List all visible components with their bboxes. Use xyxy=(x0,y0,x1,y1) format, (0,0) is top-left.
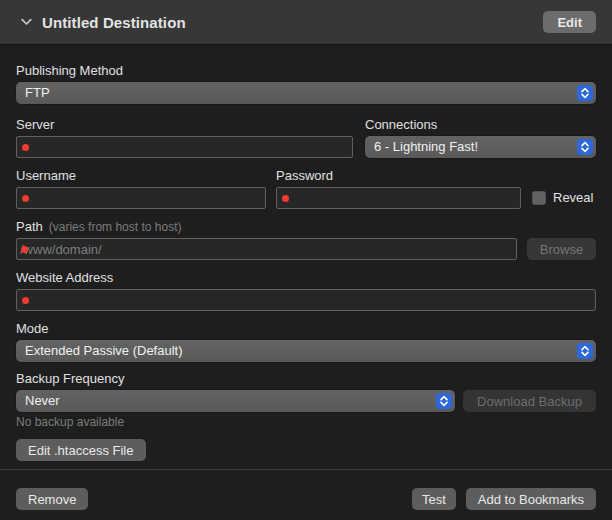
up-down-chevrons-icon xyxy=(577,343,593,359)
backup-frequency-label: Backup Frequency xyxy=(16,372,124,386)
up-down-chevrons-icon xyxy=(577,85,593,101)
reveal-label: Reveal xyxy=(553,190,593,205)
add-to-bookmarks-button[interactable]: Add to Bookmarks xyxy=(466,488,596,510)
publishing-method-label: Publishing Method xyxy=(16,64,123,78)
backup-frequency-value: Never xyxy=(25,393,60,408)
username-label: Username xyxy=(16,169,76,183)
connections-label: Connections xyxy=(365,118,437,132)
edit-htaccess-button[interactable]: Edit .htaccess File xyxy=(16,439,146,461)
path-input[interactable] xyxy=(16,238,517,260)
reveal-checkbox[interactable] xyxy=(532,191,546,205)
footer-right-group: Test Add to Bookmarks xyxy=(412,488,596,510)
edit-button[interactable]: Edit xyxy=(543,11,596,33)
server-input[interactable] xyxy=(16,136,353,158)
path-hint: (varies from host to host) xyxy=(49,220,182,234)
remove-button[interactable]: Remove xyxy=(16,488,88,510)
up-down-chevrons-icon xyxy=(577,139,593,155)
destination-title: Untitled Destination xyxy=(42,14,186,31)
server-field-wrap xyxy=(16,136,353,158)
connections-select[interactable]: 6 - Lightning Fast! xyxy=(365,136,596,158)
server-label: Server xyxy=(16,118,54,132)
path-label: Path xyxy=(16,220,43,234)
up-down-chevrons-icon xyxy=(436,393,452,409)
publishing-method-select[interactable]: FTP xyxy=(16,82,596,104)
destination-header: Untitled Destination Edit xyxy=(0,0,612,45)
username-input[interactable] xyxy=(16,187,266,209)
password-label: Password xyxy=(276,169,333,183)
password-input[interactable] xyxy=(276,187,521,209)
path-field-wrap xyxy=(16,238,517,260)
backup-status-text: No backup available xyxy=(16,416,596,429)
password-field-wrap xyxy=(276,187,521,209)
mode-value: Extended Passive (Default) xyxy=(25,343,183,358)
test-button[interactable]: Test xyxy=(412,488,456,510)
chevron-down-icon[interactable] xyxy=(18,14,34,30)
mode-select[interactable]: Extended Passive (Default) xyxy=(16,340,596,362)
backup-frequency-select[interactable]: Never xyxy=(16,390,455,412)
connections-value: 6 - Lightning Fast! xyxy=(374,139,478,154)
username-field-wrap xyxy=(16,187,266,209)
browse-button[interactable]: Browse xyxy=(527,238,596,260)
website-address-input[interactable] xyxy=(16,289,596,311)
publishing-method-value: FTP xyxy=(25,85,50,100)
website-address-label: Website Address xyxy=(16,271,113,285)
website-address-field-wrap xyxy=(16,289,596,311)
mode-label: Mode xyxy=(16,322,49,336)
download-backup-button[interactable]: Download Backup xyxy=(463,390,596,412)
